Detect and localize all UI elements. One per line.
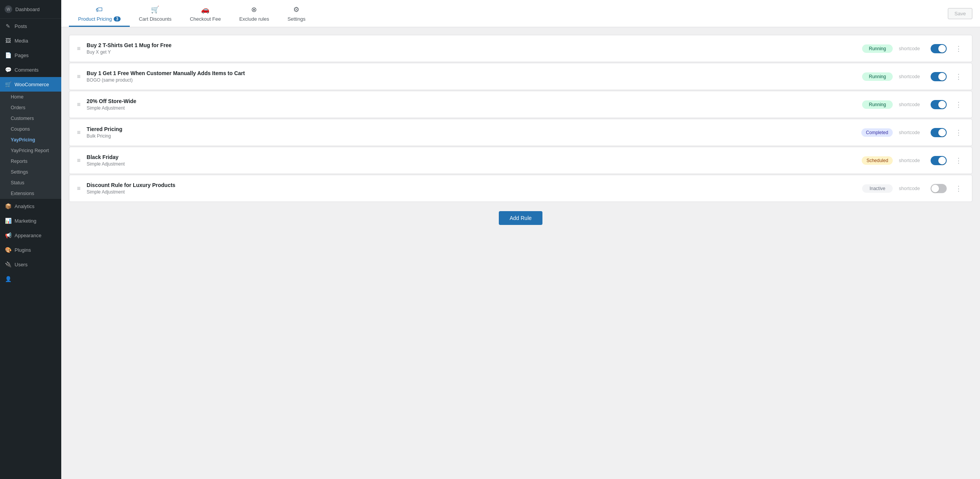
comments-icon: 💬 bbox=[5, 66, 11, 73]
sidebar-item-analytics[interactable]: 📊 Marketing bbox=[0, 213, 61, 228]
rule-shortcode[interactable]: shortcode bbox=[899, 74, 920, 79]
rule-info: Black Friday Simple Adjustment bbox=[87, 154, 856, 167]
drag-handle-icon[interactable]: ≡ bbox=[77, 73, 80, 80]
more-options-icon[interactable]: ⋮ bbox=[953, 156, 964, 166]
rule-shortcode[interactable]: shortcode bbox=[899, 130, 920, 135]
main-content: 🏷 Product Pricing 3 🛒 Cart Discounts 🚗 C… bbox=[61, 0, 980, 479]
sidebar-item-marketing[interactable]: 📢 Appearance bbox=[0, 228, 61, 243]
tab-settings-label: Settings bbox=[287, 16, 305, 22]
submenu-extensions[interactable]: Extensions bbox=[0, 188, 61, 199]
rules-list: ≡ Buy 2 T-Shirts Get 1 Mug for Free Buy … bbox=[69, 35, 972, 202]
tabs-bar: 🏷 Product Pricing 3 🛒 Cart Discounts 🚗 C… bbox=[61, 0, 980, 27]
tab-product-pricing-icon: 🏷 bbox=[96, 6, 103, 14]
sidebar-item-label: Posts bbox=[15, 23, 27, 29]
rule-shortcode[interactable]: shortcode bbox=[899, 186, 920, 191]
products-icon: 📦 bbox=[5, 203, 11, 210]
sidebar-item-products[interactable]: 📦 Analytics bbox=[0, 199, 61, 213]
drag-handle-icon[interactable]: ≡ bbox=[77, 157, 80, 164]
sidebar-item-comments[interactable]: 💬 Comments bbox=[0, 62, 61, 77]
more-options-icon[interactable]: ⋮ bbox=[953, 128, 964, 138]
drag-handle-icon[interactable]: ≡ bbox=[77, 185, 80, 192]
rule-title: 20% Off Store-Wide bbox=[87, 98, 856, 104]
rule-info: 20% Off Store-Wide Simple Adjustment bbox=[87, 98, 856, 111]
sidebar-item-label: Appearance bbox=[15, 233, 41, 238]
rule-toggle[interactable] bbox=[931, 184, 947, 193]
analytics-icon: 📊 bbox=[5, 217, 11, 224]
marketing-icon: 📢 bbox=[5, 232, 11, 239]
tab-product-pricing-badge: 3 bbox=[114, 16, 121, 21]
sidebar-item-woocommerce[interactable]: 🛒 WooCommerce bbox=[0, 77, 61, 92]
add-rule-area: Add Rule bbox=[69, 211, 972, 225]
rule-shortcode[interactable]: shortcode bbox=[899, 46, 920, 51]
rule-info: Discount Rule for Luxury Products Simple… bbox=[87, 182, 856, 195]
tab-checkout-fee-label-row: Checkout Fee bbox=[190, 16, 221, 22]
tab-exclude-rules-label: Exclude rules bbox=[239, 16, 269, 22]
submenu-reports[interactable]: Reports bbox=[0, 156, 61, 167]
submenu-settings[interactable]: Settings bbox=[0, 167, 61, 177]
tab-settings-label-row: Settings bbox=[287, 16, 305, 22]
rule-subtitle: Bulk Pricing bbox=[87, 133, 855, 139]
toggle-knob bbox=[931, 185, 939, 192]
tab-cart-discounts[interactable]: 🛒 Cart Discounts bbox=[130, 0, 181, 27]
rule-toggle[interactable] bbox=[931, 128, 947, 137]
rule-toggle[interactable] bbox=[931, 72, 947, 81]
submenu-orders[interactable]: Orders bbox=[0, 102, 61, 113]
sidebar-item-label: Comments bbox=[15, 67, 39, 73]
more-options-icon[interactable]: ⋮ bbox=[953, 184, 964, 194]
sidebar-item-pages[interactable]: 📄 Pages bbox=[0, 48, 61, 62]
tabs-list: 🏷 Product Pricing 3 🛒 Cart Discounts 🚗 C… bbox=[69, 0, 315, 27]
more-options-icon[interactable]: ⋮ bbox=[953, 72, 964, 82]
tab-settings[interactable]: ⚙ Settings bbox=[278, 0, 315, 27]
rule-row: ≡ Tiered Pricing Bulk Pricing Completed … bbox=[69, 119, 972, 146]
drag-handle-icon[interactable]: ≡ bbox=[77, 129, 80, 136]
sidebar-logo[interactable]: W Dashboard bbox=[0, 0, 61, 19]
status-badge: Scheduled bbox=[862, 156, 893, 165]
rule-toggle[interactable] bbox=[931, 100, 947, 109]
submenu-coupons[interactable]: Coupons bbox=[0, 124, 61, 135]
submenu-customers[interactable]: Customers bbox=[0, 113, 61, 124]
rule-row: ≡ Black Friday Simple Adjustment Schedul… bbox=[69, 147, 972, 174]
sidebar-item-plugins[interactable]: 🔌 Users bbox=[0, 257, 61, 272]
rule-info: Buy 1 Get 1 Free When Customer Manually … bbox=[87, 70, 856, 83]
more-options-icon[interactable]: ⋮ bbox=[953, 100, 964, 110]
submenu-status[interactable]: Status bbox=[0, 177, 61, 188]
add-rule-button[interactable]: Add Rule bbox=[499, 211, 542, 225]
rule-toggle[interactable] bbox=[931, 44, 947, 53]
users-icon: 👤 bbox=[5, 276, 11, 282]
status-badge: Inactive bbox=[862, 184, 893, 193]
sidebar-item-posts[interactable]: ✎ Posts bbox=[0, 19, 61, 33]
toggle-knob bbox=[938, 157, 946, 164]
plugins-icon: 🔌 bbox=[5, 261, 11, 268]
rule-row: ≡ Buy 2 T-Shirts Get 1 Mug for Free Buy … bbox=[69, 35, 972, 62]
sidebar-item-appearance[interactable]: 🎨 Plugins bbox=[0, 243, 61, 257]
sidebar-item-media[interactable]: 🖼 Media bbox=[0, 33, 61, 48]
tab-product-pricing[interactable]: 🏷 Product Pricing 3 bbox=[69, 0, 130, 27]
pages-icon: 📄 bbox=[5, 52, 11, 59]
appearance-icon: 🎨 bbox=[5, 246, 11, 253]
sidebar-item-users[interactable]: 👤 bbox=[0, 272, 61, 286]
drag-handle-icon[interactable]: ≡ bbox=[77, 101, 80, 108]
submenu-home[interactable]: Home bbox=[0, 92, 61, 102]
rule-shortcode[interactable]: shortcode bbox=[899, 158, 920, 163]
submenu-yaypricing-report[interactable]: YayPricing Report bbox=[0, 145, 61, 156]
rule-toggle[interactable] bbox=[931, 156, 947, 165]
status-badge: Running bbox=[862, 72, 893, 81]
rule-row: ≡ Discount Rule for Luxury Products Simp… bbox=[69, 175, 972, 202]
wordpress-icon: W bbox=[5, 5, 12, 13]
save-button[interactable]: Save bbox=[948, 8, 972, 19]
rule-shortcode[interactable]: shortcode bbox=[899, 102, 920, 107]
tab-cart-discounts-label: Cart Discounts bbox=[139, 16, 172, 22]
tab-checkout-fee[interactable]: 🚗 Checkout Fee bbox=[181, 0, 230, 27]
tab-cart-discounts-label-row: Cart Discounts bbox=[139, 16, 172, 22]
tab-product-pricing-label: Product Pricing bbox=[78, 16, 112, 22]
tab-exclude-rules[interactable]: ⊗ Exclude rules bbox=[230, 0, 278, 27]
rule-title: Black Friday bbox=[87, 154, 856, 160]
rule-subtitle: Simple Adjustment bbox=[87, 105, 856, 111]
tab-product-pricing-label-row: Product Pricing 3 bbox=[78, 16, 121, 22]
rule-title: Buy 1 Get 1 Free When Customer Manually … bbox=[87, 70, 856, 76]
toggle-knob bbox=[938, 45, 946, 52]
sidebar: W Dashboard ✎ Posts 🖼 Media 📄 Pages 💬 Co… bbox=[0, 0, 61, 479]
submenu-yaypricing[interactable]: YayPricing bbox=[0, 135, 61, 145]
more-options-icon[interactable]: ⋮ bbox=[953, 44, 964, 54]
drag-handle-icon[interactable]: ≡ bbox=[77, 45, 80, 52]
